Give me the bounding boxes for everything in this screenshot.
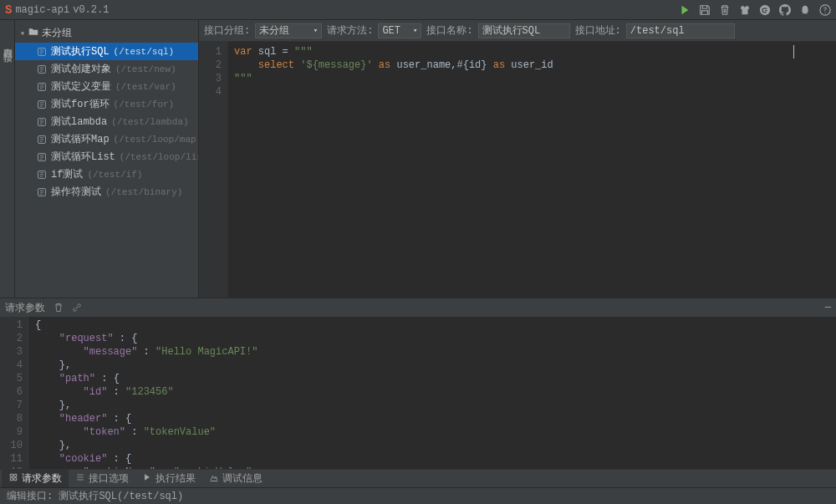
item-path: (/test/new) <box>115 64 176 74</box>
item-path: (/test/loop/map) <box>114 135 199 145</box>
api-icon <box>37 135 47 145</box>
chevron-down-icon: ▾ <box>20 28 25 38</box>
editor-pane: 接口分组: 未分组▾ 请求方法: GET▾ 接口名称: 接口地址: 1 2 3 … <box>199 20 836 298</box>
link-icon[interactable] <box>72 303 82 313</box>
api-icon <box>37 64 47 74</box>
name-label: 接口名称: <box>426 23 472 38</box>
trash-icon[interactable] <box>54 303 64 313</box>
item-path: (/test/for) <box>114 99 175 109</box>
api-icon <box>37 47 47 57</box>
left-rail: 接口列表 <box>0 20 15 298</box>
tab-icon <box>75 472 85 486</box>
code-editor[interactable]: 1 2 3 4 var sql = """ select '${message}… <box>199 42 836 298</box>
titlebar: S magic-api v0.2.1 <box>0 0 836 20</box>
trash-icon[interactable] <box>719 4 731 16</box>
item-name: 测试for循环 <box>51 97 110 111</box>
item-name: if测试 <box>51 167 83 181</box>
sidebar-item[interactable]: 操作符测试 (/test/binary) <box>15 183 198 201</box>
status-text: 测试执行SQL(/test/sql) <box>59 489 183 503</box>
api-toolbar: 接口分组: 未分组▾ 请求方法: GET▾ 接口名称: 接口地址: <box>199 20 836 42</box>
tree-folder[interactable]: ▾ 未分组 <box>15 23 198 43</box>
item-path: (/test/lambda) <box>111 117 188 127</box>
tab-label: 请求参数 <box>22 471 62 486</box>
bottom-tabs: 请求参数接口选项执行结果调试信息 <box>0 469 836 487</box>
tab-label: 执行结果 <box>155 471 196 486</box>
addr-input[interactable] <box>626 23 735 38</box>
api-icon <box>37 187 47 197</box>
item-path: (/test/var) <box>115 82 176 92</box>
save-icon[interactable] <box>699 4 711 16</box>
text-cursor <box>793 45 794 59</box>
qq-icon[interactable] <box>799 4 811 16</box>
tab-label: 调试信息 <box>222 471 263 486</box>
app-version: v0.2.1 <box>73 4 109 16</box>
params-editor[interactable]: 123 456 789 101112 { "request" : { "mess… <box>0 317 836 469</box>
addr-label: 接口地址: <box>575 23 621 38</box>
item-path: (/test/loop/list) <box>120 152 199 162</box>
api-icon <box>37 152 47 162</box>
method-label: 请求方法: <box>327 23 373 38</box>
folder-label: 未分组 <box>42 26 72 40</box>
api-icon <box>37 99 47 109</box>
bottom-tab[interactable]: 调试信息 <box>202 470 269 487</box>
tab-icon <box>142 472 152 486</box>
item-path: (/test/binary) <box>105 187 182 197</box>
status-prefix: 编辑接口: <box>7 489 53 503</box>
tab-icon <box>209 472 219 486</box>
sidebar-item[interactable]: 测试循环Map (/test/loop/map) <box>15 130 198 148</box>
item-name: 测试创建对象 <box>51 62 111 76</box>
method-select[interactable]: GET▾ <box>378 23 421 38</box>
statusbar: 编辑接口: 测试执行SQL(/test/sql) <box>0 487 836 504</box>
shirt-icon[interactable] <box>739 4 751 16</box>
list-icon <box>3 52 13 65</box>
gitee-icon[interactable] <box>759 4 771 16</box>
folder-icon <box>28 27 38 40</box>
help-icon[interactable] <box>819 4 831 16</box>
bottom-tab[interactable]: 执行结果 <box>135 470 202 487</box>
item-name: 测试循环Map <box>51 132 110 146</box>
run-icon[interactable] <box>679 4 691 16</box>
sidebar-item[interactable]: 测试定义变量 (/test/var) <box>15 78 198 95</box>
item-path: (/test/if) <box>87 170 142 180</box>
item-name: 操作符测试 <box>51 185 101 199</box>
sidebar-item[interactable]: 测试for循环 (/test/for) <box>15 95 198 113</box>
group-label: 接口分组: <box>204 23 250 38</box>
item-name: 测试执行SQL <box>51 44 110 59</box>
group-select[interactable]: 未分组▾ <box>255 23 322 38</box>
item-path: (/test/sql) <box>114 47 175 57</box>
item-name: 测试循环List <box>51 150 115 164</box>
tab-icon <box>8 472 18 486</box>
bottom-panel: 请求参数 — 123 456 789 101112 { "request" : … <box>0 298 836 487</box>
minimize-icon[interactable]: — <box>825 302 831 313</box>
sidebar-item[interactable]: 测试lambda (/test/lambda) <box>15 113 198 130</box>
app-logo: S <box>5 3 12 17</box>
item-name: 测试lambda <box>51 115 107 129</box>
sidebar-item[interactable]: 测试执行SQL (/test/sql) <box>15 43 198 60</box>
sidebar-item[interactable]: 测试创建对象 (/test/new) <box>15 60 198 78</box>
api-icon <box>37 170 47 180</box>
editor-gutter: 1 2 3 4 <box>199 42 229 298</box>
bottom-tab[interactable]: 接口选项 <box>69 470 135 487</box>
tab-label: 接口选项 <box>89 471 129 486</box>
api-icon <box>37 117 47 127</box>
sidebar: ▾ 未分组 测试执行SQL (/test/sql)测试创建对象 (/test/n… <box>15 20 199 298</box>
api-icon <box>37 82 47 92</box>
app-name: magic-api <box>15 4 69 16</box>
item-name: 测试定义变量 <box>51 79 111 94</box>
github-icon[interactable] <box>779 4 791 16</box>
params-gutter: 123 456 789 101112 <box>0 317 30 469</box>
panel-title: 请求参数 <box>5 301 45 315</box>
bottom-tab[interactable]: 请求参数 <box>2 470 69 487</box>
sidebar-item[interactable]: 测试循环List (/test/loop/list) <box>15 148 198 165</box>
name-input[interactable] <box>478 23 570 38</box>
sidebar-item[interactable]: if测试 (/test/if) <box>15 165 198 183</box>
